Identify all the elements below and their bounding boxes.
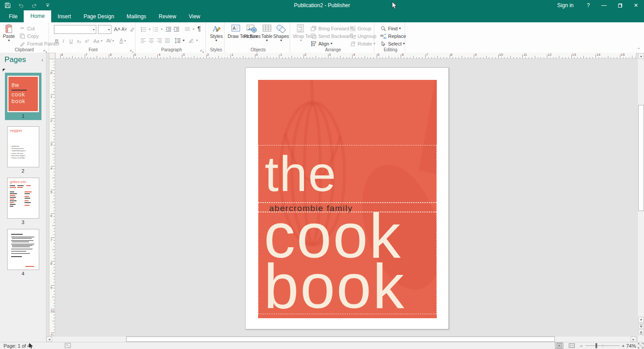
restore-button[interactable] xyxy=(612,0,628,11)
tab-insert[interactable]: Insert xyxy=(51,11,77,22)
font-name-combobox[interactable]: ▾ xyxy=(54,25,96,34)
hruler-number: 2 xyxy=(207,53,209,57)
publication-canvas[interactable]: . xyxy=(55,59,636,336)
columns-button[interactable]: ▾ xyxy=(184,25,194,33)
tab-file[interactable]: File xyxy=(3,11,24,22)
vertical-scrollbar[interactable]: ▲ ▼ xyxy=(637,53,644,342)
align-objects-button[interactable]: Align▾ xyxy=(310,40,332,47)
paste-dropdown-caret[interactable]: ▾ xyxy=(1,39,17,42)
group-button[interactable]: Group xyxy=(349,25,371,32)
draw-text-box-button[interactable]: A Draw Text Box xyxy=(228,23,244,39)
pictures-button[interactable]: Pictures xyxy=(244,23,260,39)
align-center-icon[interactable] xyxy=(148,37,154,44)
previous-page-icon[interactable] xyxy=(638,323,644,329)
page-indicator[interactable]: Page: 1 of 4 xyxy=(4,343,30,349)
page-thumbnail-4[interactable] xyxy=(7,229,39,270)
help-button[interactable]: ? xyxy=(581,0,596,11)
close-button[interactable]: ✕ xyxy=(628,0,644,11)
change-case-button[interactable]: Aa▾ xyxy=(93,37,102,45)
tab-page-design[interactable]: Page Design xyxy=(77,11,120,22)
font-dialog-launcher-icon[interactable] xyxy=(130,47,134,52)
styles-button[interactable]: A Styles ▾ xyxy=(208,23,224,42)
tab-review[interactable]: Review xyxy=(152,11,182,22)
bring-forward-button[interactable]: Bring Forward▾ xyxy=(310,25,352,32)
zoom-slider-thumb[interactable] xyxy=(595,343,597,348)
bold-button[interactable]: B xyxy=(55,37,58,45)
grow-font-button[interactable]: A˄ xyxy=(114,25,120,33)
next-page-icon[interactable] xyxy=(638,329,644,335)
zoom-out-button[interactable]: − xyxy=(580,343,582,349)
ruler-tick xyxy=(386,57,386,58)
ruler-tick xyxy=(501,57,502,58)
ungroup-button[interactable]: Ungroup xyxy=(349,32,376,40)
cover-background[interactable]: . xyxy=(258,80,437,318)
cookbook-text-box[interactable]: cook book xyxy=(258,212,437,314)
title-text-box[interactable]: the xyxy=(258,145,437,203)
bullets-button[interactable]: ▾ xyxy=(140,25,151,33)
subscript-button[interactable]: x₂ xyxy=(77,37,81,45)
superscript-button[interactable]: x² xyxy=(85,37,89,45)
zoom-in-button[interactable]: + xyxy=(622,343,624,349)
zoom-level-value[interactable]: 74% xyxy=(626,343,636,349)
collapse-ribbon-icon[interactable]: ⌃ xyxy=(637,47,640,52)
single-page-view-button[interactable] xyxy=(555,342,563,349)
tab-view[interactable]: View xyxy=(182,11,206,22)
horizontal-scroll-thumb[interactable] xyxy=(126,337,555,342)
ruler-tick xyxy=(328,54,328,58)
publication-page[interactable]: . xyxy=(245,67,449,329)
clipboard-dialog-launcher-icon[interactable] xyxy=(43,47,48,52)
tab-home[interactable]: Home xyxy=(24,10,51,22)
decrease-indent-icon[interactable] xyxy=(165,25,172,33)
horizontal-scrollbar[interactable]: ◄ ► xyxy=(46,336,636,342)
scroll-right-icon[interactable]: ► xyxy=(631,337,636,342)
increase-indent-icon[interactable] xyxy=(173,25,180,33)
scroll-left-icon[interactable]: ◄ xyxy=(46,337,52,342)
pages-section-arrow-icon[interactable] xyxy=(3,69,5,71)
ruler-tick xyxy=(53,181,55,181)
rotate-button[interactable]: Rotate▾ xyxy=(349,40,375,47)
select-button[interactable]: Select▾ xyxy=(380,40,405,47)
line-spacing-button[interactable]: ▾ xyxy=(174,37,185,44)
styles-dropdown-caret[interactable]: ▾ xyxy=(208,39,224,42)
sign-in-button[interactable]: Sign in xyxy=(550,0,581,11)
wrap-text-button[interactable]: Wrap Text ▾ xyxy=(293,23,309,42)
page-thumbnail-3[interactable]: grilled tofu xyxy=(7,178,39,219)
page-thumbnail-1[interactable]: the cook book xyxy=(7,75,39,112)
cut-button[interactable]: ✂Cut xyxy=(19,25,35,32)
shrink-font-button[interactable]: A˅ xyxy=(121,25,127,33)
table-button[interactable]: Table ▾ xyxy=(259,23,275,42)
paragraph-formatting-button[interactable]: ▾ xyxy=(188,37,198,44)
object-size-indicator-icon[interactable] xyxy=(65,343,71,349)
shapes-button[interactable]: Shapes ▾ xyxy=(273,23,289,42)
underline-button[interactable]: U xyxy=(69,37,73,45)
fit-page-button[interactable] xyxy=(638,343,644,349)
minimize-button[interactable]: — xyxy=(596,0,612,11)
paste-button[interactable]: Paste ▾ xyxy=(1,23,17,42)
shapes-dropdown-caret[interactable]: ▾ xyxy=(273,39,289,42)
paragraph-dialog-launcher-icon[interactable] xyxy=(200,47,205,52)
font-color-button[interactable]: A▾ xyxy=(119,37,126,45)
character-spacing-button[interactable]: AV▾ xyxy=(106,37,114,45)
ruler-tick xyxy=(550,57,550,58)
scroll-up-icon[interactable]: ▲ xyxy=(638,53,644,59)
find-button[interactable]: Find▾ xyxy=(380,25,401,32)
align-left-icon[interactable] xyxy=(140,37,146,44)
table-dropdown-caret[interactable]: ▾ xyxy=(259,39,275,42)
justify-icon[interactable] xyxy=(164,37,170,44)
scroll-down-icon[interactable]: ▼ xyxy=(638,317,644,323)
copy-button[interactable]: Copy xyxy=(19,32,39,40)
tab-mailings[interactable]: Mailings xyxy=(120,11,152,22)
two-page-spread-view-button[interactable] xyxy=(567,342,576,349)
replace-button[interactable]: abac Replace xyxy=(380,32,406,40)
vertical-ruler[interactable]: 01234567891011 xyxy=(49,59,55,336)
italic-button[interactable]: I xyxy=(62,37,64,45)
collapse-pages-panel-icon[interactable]: ‹ xyxy=(41,57,43,62)
font-size-combobox[interactable]: ▾ xyxy=(98,25,111,34)
clear-formatting-icon[interactable] xyxy=(129,25,135,33)
horizontal-ruler[interactable]: 87654321012345678910111213141516 xyxy=(55,53,636,59)
show-paragraph-marks-button[interactable]: ¶ xyxy=(197,25,201,32)
page-thumbnail-2[interactable]: veggies▪ grilled tofu▪ mushroom pasta▪ s… xyxy=(7,126,39,167)
vertical-scroll-thumb[interactable] xyxy=(638,105,644,211)
numbering-button[interactable]: ▾ xyxy=(152,25,163,33)
align-right-icon[interactable] xyxy=(156,37,162,44)
